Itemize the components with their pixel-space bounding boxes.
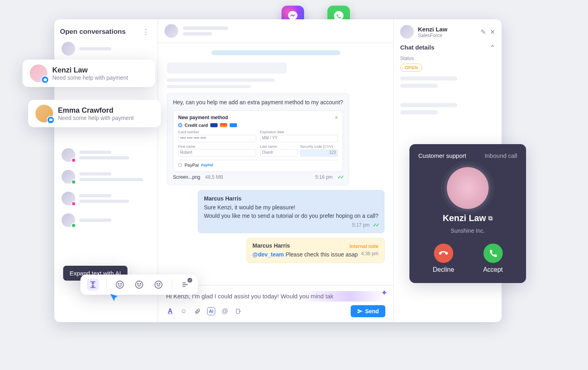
contact-avatar xyxy=(400,25,414,39)
conversation-item[interactable] xyxy=(60,38,152,60)
payment-attachment[interactable]: New payment method × Credit card xyxy=(173,110,343,172)
conversation-item[interactable] xyxy=(60,166,152,188)
ai-button[interactable]: AI xyxy=(207,307,215,315)
mastercard-icon xyxy=(220,123,227,127)
svg-point-4 xyxy=(136,281,143,288)
text-format-icon[interactable]: A xyxy=(166,307,174,315)
message-text: Sure Kenzi, it would be my pleasure! Wou… xyxy=(204,203,378,220)
chevron-up-icon[interactable]: ⌄ xyxy=(490,43,495,51)
phone-hangup-icon xyxy=(434,244,453,263)
conversation-item[interactable] xyxy=(60,209,152,231)
call-type: Inbound call xyxy=(485,152,517,159)
card-number-input[interactable]: •••• •••• •••• •••• xyxy=(178,135,256,142)
message-skeleton xyxy=(167,62,287,74)
ai-suggestion-highlight xyxy=(297,291,385,302)
radio-selected-icon[interactable] xyxy=(178,123,182,127)
phone-icon xyxy=(483,244,503,263)
internal-note-tag: Internal note xyxy=(350,244,378,249)
conversation-item[interactable] xyxy=(60,188,152,209)
status-badge: OPEN xyxy=(400,64,422,72)
messenger-channel-icon xyxy=(41,76,49,84)
emoji-icon[interactable]: ☺ xyxy=(180,307,188,315)
sms-channel-icon xyxy=(47,116,55,124)
send-button[interactable]: Send xyxy=(351,305,385,317)
date-divider xyxy=(212,50,340,55)
paypal-option: PayPal xyxy=(185,163,199,167)
file-time: 5:16 pm xyxy=(315,174,333,180)
close-icon[interactable]: ✕ xyxy=(490,28,495,36)
caller-company: Sunshine Inc. xyxy=(451,227,485,234)
send-icon xyxy=(357,308,363,314)
cursor-icon xyxy=(108,291,121,306)
message-time: 5:17 pm xyxy=(352,222,370,228)
check-badge-icon: ✓ xyxy=(187,278,192,283)
caller-name: Kenzi Law xyxy=(443,213,486,223)
caller-avatar xyxy=(447,167,489,209)
expand-text-icon[interactable] xyxy=(87,279,99,291)
contact-name: Kenzi Law xyxy=(418,26,447,33)
svg-point-8 xyxy=(157,283,158,284)
conversation-header xyxy=(158,19,393,43)
internal-note: Marcus Harris Internal note @dev_team Pl… xyxy=(247,238,384,263)
close-icon[interactable]: × xyxy=(335,115,338,120)
attachment-icon[interactable] xyxy=(193,307,201,315)
credit-card-option: Credit card xyxy=(185,123,208,128)
sparkle-icon: ✦ xyxy=(381,288,388,298)
accept-call-button[interactable]: Accept xyxy=(483,244,503,273)
note-body: Please check this issue asap xyxy=(286,251,358,258)
message-skeleton xyxy=(167,79,287,88)
cvv-label: Security code (CVV) xyxy=(300,145,338,149)
note-time: 4:36 pm xyxy=(361,250,378,257)
external-link-icon[interactable]: ⧉ xyxy=(488,215,493,222)
mention[interactable]: @dev_team xyxy=(253,251,284,258)
expiration-label: Expiration date xyxy=(260,130,338,134)
incoming-message: Hey, can you help me add an extra paymen… xyxy=(167,93,349,185)
conversation-preview-card[interactable]: Kenzi Law Need some help with payment xyxy=(23,60,155,87)
chat-details-title: Chat details xyxy=(400,44,434,51)
card-number-label: Card number xyxy=(178,130,256,134)
conversation-preview-card[interactable]: Emma Crawford Need some help with paymen… xyxy=(28,100,161,127)
card-preview: Need some help with payment xyxy=(52,74,128,81)
edit-icon[interactable]: ✎ xyxy=(481,28,486,36)
card-preview: Need some help with payment xyxy=(58,115,134,121)
amex-icon xyxy=(230,123,237,127)
message-sender: Marcus Harris xyxy=(204,195,378,202)
emoji-grin-icon[interactable] xyxy=(114,279,126,291)
incoming-call-card: Customer support Inbound call Kenzi Law … xyxy=(409,144,526,283)
compose-input[interactable]: Hi Kenzi, I'm glad I could assist you to… xyxy=(166,285,385,305)
mention-icon[interactable]: @ xyxy=(221,307,229,315)
file-name: Screen...png xyxy=(173,174,200,180)
first-name-label: First name xyxy=(178,145,256,149)
summarize-icon[interactable]: ✓ xyxy=(179,279,191,291)
file-size: 48,5 MB xyxy=(205,174,223,180)
svg-rect-0 xyxy=(236,309,240,314)
svg-point-2 xyxy=(118,283,119,284)
message-text: Hey, can you help me add an extra paymen… xyxy=(173,98,343,106)
ai-action-bar: ✓ xyxy=(80,275,198,295)
last-name-label: Last name xyxy=(260,145,298,149)
svg-point-3 xyxy=(121,283,121,284)
conversation-item[interactable] xyxy=(60,144,152,166)
emoji-smile-icon[interactable] xyxy=(133,279,145,291)
last-name-input[interactable]: Overit xyxy=(260,149,298,157)
paypal-icon: PayPal xyxy=(201,163,213,167)
expiration-input[interactable]: MM / YY xyxy=(260,135,338,142)
first-name-input[interactable]: Robert xyxy=(178,149,256,157)
decline-call-button[interactable]: Decline xyxy=(433,244,454,273)
read-receipt-icon: ✓✓ xyxy=(337,174,343,180)
call-context: Customer support xyxy=(418,152,466,159)
svg-point-6 xyxy=(140,283,141,284)
insert-template-icon[interactable] xyxy=(234,307,243,315)
attachment-title: New payment method xyxy=(178,115,228,120)
sidebar-title: Open conversations xyxy=(60,28,125,36)
svg-point-1 xyxy=(116,281,123,288)
cvv-input[interactable]: 123 xyxy=(300,149,338,157)
radio-empty-icon[interactable] xyxy=(178,163,182,167)
status-label: Status xyxy=(400,56,495,61)
read-receipt-icon: ✓✓ xyxy=(373,222,378,228)
emoji-neutral-icon[interactable] xyxy=(152,279,164,291)
sidebar-menu-button[interactable]: ⋮ xyxy=(140,26,152,38)
svg-point-7 xyxy=(155,281,162,288)
visa-icon xyxy=(210,123,218,127)
outgoing-message: Marcus Harris Sure Kenzi, it would be my… xyxy=(198,190,384,233)
